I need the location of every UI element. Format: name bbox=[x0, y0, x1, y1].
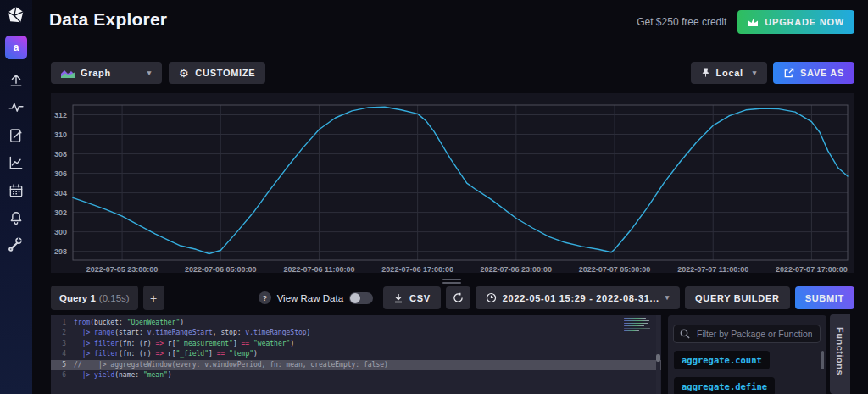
code-line[interactable]: 6 |> yield(name: "mean") bbox=[51, 370, 661, 380]
svg-text:2022-07-06 11:00:00: 2022-07-06 11:00:00 bbox=[283, 265, 354, 273]
code-line[interactable]: 4 |> filter(fn: (r) => r["_field"] == "t… bbox=[51, 349, 661, 359]
line-number: 1 bbox=[51, 318, 66, 328]
customize-label: CUSTOMIZE bbox=[195, 68, 255, 78]
function-search-input[interactable] bbox=[695, 328, 814, 340]
line-number: 5 bbox=[51, 360, 66, 370]
pulse-icon bbox=[8, 99, 25, 116]
csv-label: CSV bbox=[409, 293, 431, 303]
upgrade-now-button[interactable]: UPGRADE NOW bbox=[737, 10, 854, 34]
svg-text:310: 310 bbox=[54, 130, 67, 139]
editor-minimap bbox=[620, 315, 654, 394]
function-item[interactable]: aggregate.count bbox=[674, 351, 770, 369]
wrench-icon bbox=[8, 236, 25, 252]
customize-button[interactable]: ⚙ CUSTOMIZE bbox=[169, 62, 265, 84]
refresh-icon bbox=[453, 292, 464, 303]
variable-scope-dropdown[interactable]: Local ▾ bbox=[691, 62, 767, 84]
function-search-box[interactable] bbox=[673, 325, 821, 343]
export-icon bbox=[783, 68, 794, 79]
chevron-down-icon: ▾ bbox=[753, 69, 757, 77]
line-chart-icon bbox=[8, 154, 25, 171]
code-line[interactable]: 2 |> range(start: v.timeRangeStart, stop… bbox=[51, 328, 661, 338]
time-range-dropdown[interactable]: 2022-05-01 15:29 - 2022-08-31... ▾ bbox=[476, 286, 680, 309]
header-right: Get $250 free credit UPGRADE NOW bbox=[637, 10, 854, 34]
csv-download-button[interactable]: CSV bbox=[383, 286, 441, 309]
svg-text:2022-07-05 23:00:00: 2022-07-05 23:00:00 bbox=[86, 265, 159, 273]
scope-label: Local bbox=[716, 68, 743, 78]
functions-scrollbar-handle[interactable] bbox=[821, 351, 824, 369]
bell-icon bbox=[8, 209, 25, 226]
function-list: aggregate.countaggregate.define bbox=[674, 351, 775, 394]
svg-text:2022-07-07 11:00:00: 2022-07-07 11:00:00 bbox=[677, 265, 748, 273]
download-icon bbox=[393, 293, 403, 303]
query-duration: (0.15s) bbox=[99, 293, 130, 303]
avatar-letter: a bbox=[14, 42, 19, 53]
code-line[interactable]: 3 |> filter(fn: (r) => r["_measurement"]… bbox=[51, 339, 661, 349]
code-lines: 1from(bucket: "OpenWeather")2 |> range(s… bbox=[51, 315, 661, 380]
code-line[interactable]: 5// |> aggregateWindow(every: v.windowPe… bbox=[51, 360, 661, 370]
org-avatar[interactable]: a bbox=[5, 36, 27, 59]
influxdb-logo-icon[interactable] bbox=[7, 6, 25, 25]
view-controls: Graph ▾ ⚙ CUSTOMIZE bbox=[51, 62, 265, 84]
sidebar-item-data-explorer[interactable] bbox=[7, 153, 25, 172]
function-item[interactable]: aggregate.define bbox=[674, 377, 775, 394]
save-as-button[interactable]: SAVE AS bbox=[773, 62, 854, 84]
sidebar-item-alerts[interactable] bbox=[7, 208, 25, 227]
temperature-line-chart[interactable]: 2983003023043063083103122022-07-05 23:00… bbox=[51, 93, 854, 273]
toggle-knob bbox=[350, 293, 360, 303]
line-number: 4 bbox=[51, 349, 66, 359]
graph-type-icon bbox=[61, 68, 75, 78]
pin-icon bbox=[701, 68, 710, 78]
functions-tab-label: Functions bbox=[835, 327, 845, 394]
clock-icon bbox=[486, 292, 497, 303]
panel-resize-handle[interactable] bbox=[442, 278, 461, 285]
refresh-button[interactable] bbox=[446, 286, 470, 309]
line-number: 3 bbox=[51, 339, 66, 349]
svg-text:300: 300 bbox=[54, 228, 67, 236]
functions-tab[interactable]: Functions bbox=[830, 314, 850, 394]
query-tab[interactable]: Query 1 (0.15s) bbox=[51, 286, 138, 310]
page-title: Data Explorer bbox=[49, 9, 167, 30]
chevron-down-icon: ▾ bbox=[147, 69, 152, 77]
editor-scrollbar-handle[interactable] bbox=[656, 354, 660, 362]
view-raw-data-group: ? View Raw Data bbox=[259, 291, 373, 304]
code-line[interactable]: 1from(bucket: "OpenWeather") bbox=[51, 318, 661, 328]
promo-text: Get $250 free credit bbox=[637, 16, 726, 28]
query-toolbar: Query 1 (0.15s) + ? View Raw Data CSV 20… bbox=[51, 286, 854, 310]
upload-icon bbox=[8, 72, 25, 89]
svg-text:2022-07-07 05:00:00: 2022-07-07 05:00:00 bbox=[579, 265, 651, 273]
save-as-label: SAVE AS bbox=[800, 68, 844, 78]
visualization-type-dropdown[interactable]: Graph ▾ bbox=[51, 62, 162, 84]
app-root: a Data Explorer Get $250 free credit UPG… bbox=[0, 0, 868, 394]
notebook-edit-icon bbox=[8, 127, 25, 144]
svg-text:298: 298 bbox=[54, 247, 67, 256]
gear-icon: ⚙ bbox=[179, 68, 189, 79]
sidebar-item-dashboards[interactable] bbox=[7, 181, 25, 200]
sidebar-item-notebooks[interactable] bbox=[7, 126, 25, 145]
search-icon bbox=[680, 329, 690, 339]
save-controls: Local ▾ SAVE AS bbox=[691, 62, 854, 84]
view-raw-data-toggle[interactable] bbox=[349, 292, 373, 304]
query-builder-label: QUERY BUILDER bbox=[695, 293, 780, 303]
time-range-label: 2022-05-01 15:29 - 2022-08-31... bbox=[503, 293, 659, 303]
view-raw-data-label: View Raw Data bbox=[277, 293, 343, 303]
flux-script-editor[interactable]: 1from(bucket: "OpenWeather")2 |> range(s… bbox=[51, 315, 661, 394]
submit-button[interactable]: SUBMIT bbox=[795, 286, 854, 309]
line-number: 6 bbox=[51, 370, 66, 380]
sidebar-item-settings[interactable] bbox=[7, 235, 25, 253]
upgrade-now-label: UPGRADE NOW bbox=[765, 17, 844, 27]
svg-text:308: 308 bbox=[54, 150, 67, 158]
svg-text:2022-07-06 17:00:00: 2022-07-06 17:00:00 bbox=[381, 265, 453, 273]
submit-label: SUBMIT bbox=[805, 293, 844, 303]
editor-scrollbar[interactable] bbox=[656, 315, 660, 394]
question-mark-icon: ? bbox=[259, 291, 271, 304]
svg-text:312: 312 bbox=[54, 111, 67, 119]
sidebar-item-load-data[interactable] bbox=[7, 71, 25, 90]
query-builder-button[interactable]: QUERY BUILDER bbox=[685, 286, 790, 309]
svg-text:2022-07-06 23:00:00: 2022-07-06 23:00:00 bbox=[481, 265, 553, 273]
svg-text:302: 302 bbox=[54, 208, 67, 217]
chevron-down-icon: ▾ bbox=[665, 294, 670, 302]
sidebar: a bbox=[0, 0, 32, 394]
add-query-button[interactable]: + bbox=[143, 286, 164, 310]
line-number: 2 bbox=[51, 328, 66, 338]
sidebar-item-usage[interactable] bbox=[7, 98, 25, 117]
